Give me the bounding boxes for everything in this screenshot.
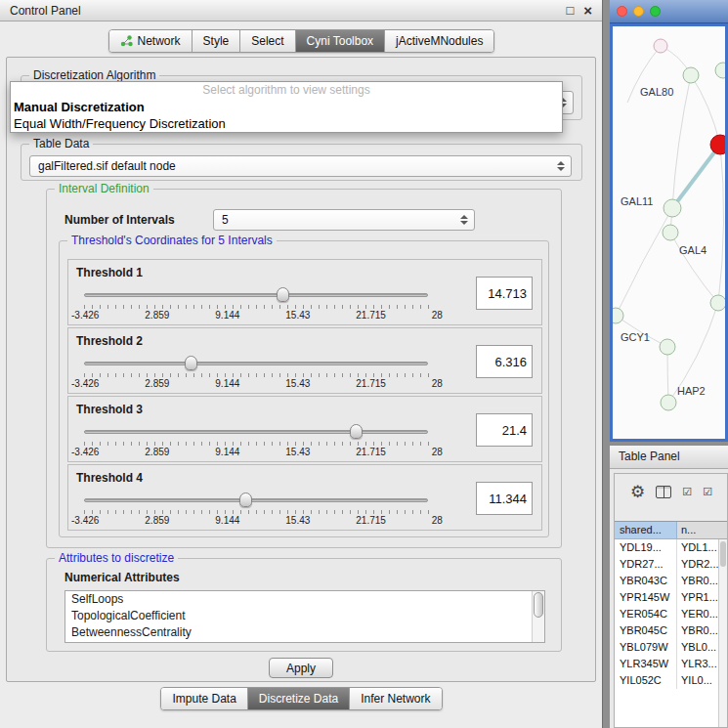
scale-tick-label: -3.426 <box>71 378 99 389</box>
tab-jactivemnodules[interactable]: jActiveMNodules <box>385 30 493 52</box>
threshold-2-slider[interactable] <box>84 356 428 371</box>
table-scrollbar[interactable] <box>718 539 727 727</box>
gear-icon[interactable]: ⚙ <box>630 484 645 500</box>
slider-track[interactable] <box>84 362 428 365</box>
table-cell[interactable]: YER054C <box>615 606 677 622</box>
bottom-tab-bar: Impute Data Discretize Data Infer Networ… <box>0 687 603 710</box>
dropdown-option-manual-discretization[interactable]: Manual Discretization <box>11 99 562 115</box>
slider-thumb[interactable] <box>350 424 363 439</box>
node-label-gal80: GAL80 <box>640 86 673 98</box>
table-cell[interactable]: YBR045C <box>615 622 677 639</box>
table-data-combobox[interactable]: galFiltered.sif default node <box>29 155 572 177</box>
window-title: Control Panel <box>10 4 81 18</box>
stepper-icon[interactable] <box>459 215 469 225</box>
scale-tick-label: -3.426 <box>71 310 99 321</box>
attributes-group: Attributes to discretize Numerical Attri… <box>46 558 562 652</box>
close-icon[interactable]: × <box>583 3 592 18</box>
zoom-traffic-light-icon[interactable] <box>650 6 661 17</box>
table-cell[interactable]: YBR043C <box>615 573 677 589</box>
float-window-icon[interactable]: □ <box>566 4 574 17</box>
control-panel-window: Control Panel □ × Network Style Select <box>0 0 603 728</box>
table-data-label: Table Data <box>29 137 93 150</box>
minimize-traffic-light-icon[interactable] <box>633 6 644 17</box>
network-node[interactable] <box>663 225 678 240</box>
table-row[interactable]: YBR043C YBR0... <box>615 573 727 589</box>
threshold-2-value[interactable]: 6.316 <box>476 345 533 378</box>
table-row[interactable]: YER054C YER0... <box>615 606 727 622</box>
network-node[interactable] <box>613 308 623 323</box>
tab-discretize-data[interactable]: Discretize Data <box>248 688 350 709</box>
network-canvas[interactable]: GAL80 GAL11 GAL4 GCY1 HAP2 <box>610 23 728 442</box>
highlighted-edge[interactable] <box>672 145 720 208</box>
threshold-1-value[interactable]: 14.713 <box>476 277 533 310</box>
table-row[interactable]: YBR045C YBR0... <box>615 622 727 639</box>
network-node[interactable] <box>661 395 676 410</box>
table-cell[interactable]: YPR145W <box>615 589 677 606</box>
table-row[interactable]: YPR145W YPR1... <box>615 589 727 606</box>
numerical-attributes-list[interactable]: SelfLoops TopologicalCoefficient Between… <box>64 590 545 643</box>
threshold-3-value[interactable]: 21.4 <box>476 413 533 447</box>
scale-tick-label: 15.43 <box>285 515 310 526</box>
stepper-icon[interactable] <box>556 161 566 171</box>
scrollbar-thumb[interactable] <box>534 592 543 618</box>
threshold-1-slider[interactable] <box>84 287 428 303</box>
tab-impute-data[interactable]: Impute Data <box>161 688 247 709</box>
slider-scale: -3.426 2.859 9.144 15.43 21.715 28 <box>71 310 443 321</box>
table-row[interactable]: YDL19... YDL1... <box>615 539 727 556</box>
table-cell[interactable]: YIL052C <box>615 672 677 689</box>
table-row[interactable]: YIL052C YIL0... <box>615 672 727 689</box>
table-cell[interactable]: YLR345W <box>615 656 677 672</box>
network-node[interactable] <box>660 339 675 355</box>
scale-tick-label: -3.426 <box>71 447 99 457</box>
table-row[interactable]: YDR27... YDR2... <box>615 556 727 573</box>
dropdown-option-equal-width-frequency[interactable]: Equal Width/Frequency Discretization <box>11 115 562 132</box>
slider-thumb[interactable] <box>277 287 289 302</box>
slider-thumb[interactable] <box>239 492 252 507</box>
table-cell[interactable]: YDL19... <box>615 539 677 556</box>
list-item[interactable]: BetweennessCentrality <box>65 624 544 641</box>
threshold-1-panel: Threshold 1 -3.426 2.859 9.144 15.43 21.… <box>67 259 542 325</box>
list-item[interactable]: SelfLoops <box>65 591 544 608</box>
network-node[interactable] <box>654 39 667 53</box>
list-item[interactable]: TopologicalCoefficient <box>65 608 544 624</box>
scale-tick-label: 28 <box>432 515 443 526</box>
tab-infer-network[interactable]: Infer Network <box>350 688 441 709</box>
threshold-3-slider[interactable] <box>84 424 428 440</box>
tab-network[interactable]: Network <box>109 30 193 52</box>
threshold-3-panel: Threshold 3 -3.426 2.859 9.144 15.43 21.… <box>67 396 542 462</box>
table-cell[interactable]: YBL079W <box>615 639 677 656</box>
columns-icon[interactable] <box>656 486 671 498</box>
network-node[interactable] <box>664 199 681 217</box>
list-scrollbar[interactable] <box>532 591 544 642</box>
slider-ticks <box>84 373 429 377</box>
network-node[interactable] <box>715 63 725 78</box>
threshold-4-value[interactable]: 11.344 <box>476 482 533 515</box>
checkbox-icon[interactable]: ☑ <box>682 487 692 497</box>
slider-thumb[interactable] <box>185 356 197 370</box>
table-row[interactable]: YBL079W YBL0... <box>615 639 727 656</box>
scrollbar-thumb[interactable] <box>720 541 726 567</box>
slider-track[interactable] <box>84 498 428 502</box>
table-row[interactable]: YLR345W YLR3... <box>615 656 727 672</box>
tab-cyni-toolbox[interactable]: Cyni Toolbox <box>296 30 385 52</box>
column-header-shared-name[interactable]: shared... <box>615 522 677 539</box>
apply-button[interactable]: Apply <box>269 658 333 678</box>
network-node[interactable] <box>683 67 699 83</box>
checkbox-icon[interactable]: ☑ <box>703 487 712 497</box>
slider-track[interactable] <box>84 293 428 297</box>
threshold-4-slider[interactable] <box>84 492 428 508</box>
network-node[interactable] <box>710 295 725 311</box>
table-panel-body: ⚙ ☑ ☑ shared... n... YDL19... YDL1... YD… <box>614 473 728 728</box>
number-of-intervals-combobox[interactable]: 5 <box>213 209 475 231</box>
network-view-window: GAL80 GAL11 GAL4 GCY1 HAP2 <box>610 0 728 442</box>
slider-track[interactable] <box>84 430 428 434</box>
close-traffic-light-icon[interactable] <box>617 6 627 17</box>
tab-style[interactable]: Style <box>193 30 241 52</box>
cyni-toolbox-panel: Discretization Algorithm Table Data galF… <box>6 57 596 682</box>
tab-discretize-data-label: Discretize Data <box>259 692 338 706</box>
selected-red-node[interactable] <box>710 135 725 154</box>
tab-select[interactable]: Select <box>240 30 295 52</box>
algorithm-dropdown-list: Select algorithm to view settings Manual… <box>10 81 563 133</box>
column-header-name[interactable]: n... <box>677 522 727 539</box>
table-cell[interactable]: YDR27... <box>615 556 677 573</box>
